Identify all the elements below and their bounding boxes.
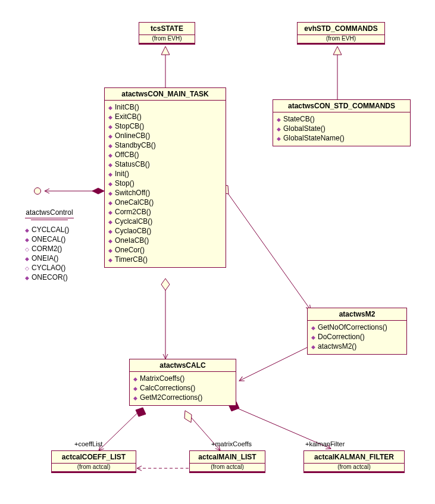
class-from: (from EVH) — [298, 35, 384, 43]
op: ExitCB() — [107, 112, 223, 121]
class-ops: StateCB() GlobalState() GlobalStateName(… — [273, 112, 410, 146]
op: ONECAL() — [24, 234, 70, 244]
class-title: tcsSTATE — [139, 23, 195, 35]
svg-marker-7 — [161, 278, 170, 290]
class-title: actcalMAIN_LIST — [190, 451, 265, 464]
op: GlobalStateName() — [276, 133, 408, 143]
svg-line-12 — [99, 412, 138, 450]
svg-marker-3 — [333, 46, 342, 55]
class-actcalMAIN_LIST: actcalMAIN_LIST (from actcal) — [189, 450, 265, 473]
package-name: atactwsControl — [20, 208, 79, 217]
class-actcalCOEFF_LIST: actcalCOEFF_LIST (from actcal) — [51, 450, 136, 473]
op: atactwsM2() — [310, 342, 404, 351]
class-tcsSTATE: tcsSTATE (from EVH) — [139, 22, 195, 45]
class-atactwsCALC: atactwsCALC MatrixCoeffs() CalcCorrectio… — [129, 359, 236, 406]
op: ONECOR() — [24, 273, 70, 282]
op: StatusCB() — [107, 159, 223, 169]
package-ops: CYCLCAL() ONECAL() CORM2() ONEIA() CYCLA… — [24, 225, 70, 282]
class-from: (from actcal) — [190, 464, 265, 472]
op: StopCB() — [107, 121, 223, 131]
op: ONEIA() — [24, 253, 70, 263]
op: OneIaCB() — [107, 236, 223, 245]
op: Init() — [107, 169, 223, 179]
class-title: atactwsCALC — [130, 359, 236, 372]
class-title: atactwsM2 — [308, 308, 406, 321]
op: InitCB() — [107, 102, 223, 112]
op: GlobalState() — [276, 124, 408, 133]
class-title: atactwsCON_MAIN_TASK — [105, 88, 226, 101]
role-matrixCoeffs: +matrixCoeffs — [211, 440, 252, 447]
op: Corm2CB() — [107, 207, 223, 217]
op: MatrixCoeffs() — [132, 374, 233, 383]
op: GetNoOfCorrections() — [310, 323, 404, 332]
class-ops: InitCB() ExitCB() StopCB() OnlineCB() St… — [105, 101, 226, 267]
op: CYCLAO() — [24, 263, 70, 273]
svg-marker-5 — [92, 188, 104, 194]
class-atactwsM2: atactwsM2 GetNoOfCorrections() DoCorrect… — [307, 308, 407, 355]
class-title: evhSTD_COMMANDS — [298, 23, 384, 35]
class-actcalKALMAN_FILTER: actcalKALMAN_FILTER (from actcal) — [303, 450, 405, 473]
class-ops: MatrixCoeffs() CalcCorrections() GetM2Co… — [130, 372, 236, 405]
class-ops: GetNoOfCorrections() DoCorrection() atac… — [308, 321, 406, 354]
op: DoCorrection() — [310, 332, 404, 342]
class-title: atactwsCON_STD_COMMANDS — [273, 100, 410, 112]
op: CyclcalCB() — [107, 217, 223, 226]
class-from: (from actcal) — [52, 464, 136, 472]
op: CyclaoCB() — [107, 226, 223, 236]
op: TimerCB() — [107, 255, 223, 264]
class-title: actcalKALMAN_FILTER — [304, 451, 404, 464]
op: OnlineCB() — [107, 131, 223, 140]
svg-line-8 — [225, 189, 311, 310]
svg-marker-1 — [161, 46, 170, 55]
class-from: (from EVH) — [139, 35, 195, 43]
op: CalcCorrections() — [132, 383, 233, 393]
op: GetM2Corrections() — [132, 393, 233, 402]
op: OffCB() — [107, 150, 223, 159]
class-title: actcalCOEFF_LIST — [52, 451, 136, 464]
op: SwitchOff() — [107, 188, 223, 198]
role-coeffList: +coeffList — [74, 440, 102, 447]
op: StandbyCB() — [107, 140, 223, 150]
op: OneCor() — [107, 245, 223, 255]
op: StateCB() — [276, 114, 408, 124]
class-evhSTD_COMMANDS: evhSTD_COMMANDS (from EVH) — [297, 22, 385, 45]
svg-marker-15 — [184, 411, 192, 422]
class-atactwsCON_STD_COMMANDS: atactwsCON_STD_COMMANDS StateCB() Global… — [273, 99, 411, 146]
op: CORM2() — [24, 244, 70, 253]
package-underline-icon — [25, 218, 74, 218]
svg-marker-13 — [136, 408, 146, 417]
class-from: (from actcal) — [304, 464, 404, 472]
role-kalmanFilter: +kalmanFilter — [305, 440, 345, 447]
svg-line-10 — [239, 346, 309, 381]
package-underline-icon — [31, 220, 68, 220]
op: Stop() — [107, 179, 223, 188]
op: CYCLCAL() — [24, 225, 70, 234]
interface-lollipop-icon — [34, 187, 41, 195]
class-atactwsCON_MAIN_TASK: atactwsCON_MAIN_TASK InitCB() ExitCB() S… — [104, 87, 226, 268]
op: OneCalCB() — [107, 198, 223, 207]
